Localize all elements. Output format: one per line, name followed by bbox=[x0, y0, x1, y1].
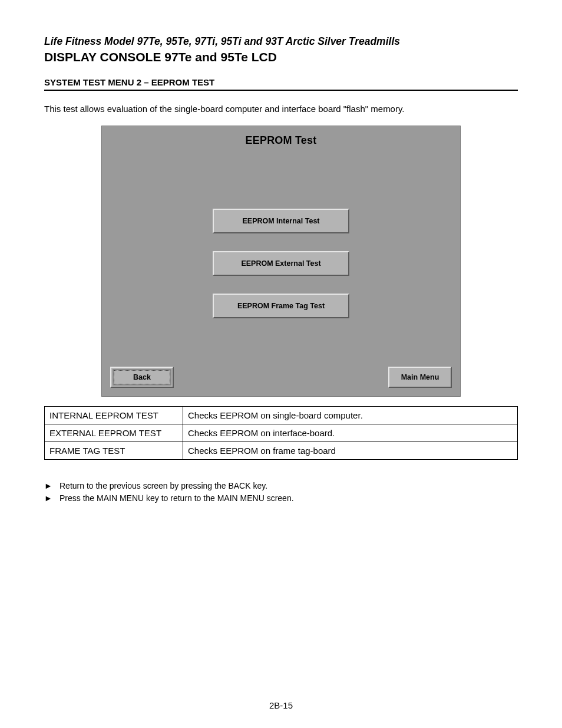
bullet-text: Return to the previous screen by pressin… bbox=[59, 480, 267, 492]
table-cell-name: FRAME TAG TEST bbox=[45, 442, 183, 460]
table-row: EXTERNAL EEPROM TEST Checks EEPROM on in… bbox=[45, 424, 518, 442]
screenshot-container: EEPROM Test EEPROM Internal Test EEPROM … bbox=[44, 126, 518, 397]
section-heading: SYSTEM TEST MENU 2 – EEPROM TEST bbox=[44, 77, 518, 91]
table-row: FRAME TAG TEST Checks EEPROM on frame ta… bbox=[45, 442, 518, 460]
bullet-list: ► Return to the previous screen by press… bbox=[44, 480, 518, 505]
bullet-text: Press the MAIN MENU key to return to the… bbox=[59, 492, 294, 505]
table-cell-name: EXTERNAL EEPROM TEST bbox=[45, 424, 183, 442]
bullet-item: ► Press the MAIN MENU key to return to t… bbox=[44, 492, 518, 505]
arrow-icon: ► bbox=[44, 480, 52, 492]
table-cell-desc: Checks EEPROM on frame tag-board bbox=[183, 442, 518, 460]
document-supertitle: Life Fitness Model 97Te, 95Te, 97Ti, 95T… bbox=[44, 35, 518, 48]
eeprom-internal-test-button[interactable]: EEPROM Internal Test bbox=[213, 209, 349, 233]
main-menu-button[interactable]: Main Menu bbox=[388, 367, 452, 388]
screen-title: EEPROM Test bbox=[102, 134, 460, 147]
table-cell-name: INTERNAL EEPROM TEST bbox=[45, 407, 183, 424]
table-cell-desc: Checks EEPROM on interface-board. bbox=[183, 424, 518, 442]
table-row: INTERNAL EEPROM TEST Checks EEPROM on si… bbox=[45, 407, 518, 424]
menu-button-group: EEPROM Internal Test EEPROM External Tes… bbox=[102, 209, 460, 318]
nav-row: Back Main Menu bbox=[110, 367, 452, 388]
page-number: 2B-15 bbox=[0, 700, 562, 710]
description-table: INTERNAL EEPROM TEST Checks EEPROM on si… bbox=[44, 406, 518, 460]
bullet-item: ► Return to the previous screen by press… bbox=[44, 480, 518, 492]
table-cell-desc: Checks EEPROM on single-board computer. bbox=[183, 407, 518, 424]
arrow-icon: ► bbox=[44, 492, 52, 505]
document-title: DISPLAY CONSOLE 97Te and 95Te LCD bbox=[44, 50, 518, 64]
intro-paragraph: This test allows evaluation of the singl… bbox=[44, 104, 518, 114]
back-button[interactable]: Back bbox=[110, 367, 174, 388]
eeprom-frame-tag-test-button[interactable]: EEPROM Frame Tag Test bbox=[213, 294, 349, 318]
lcd-screen: EEPROM Test EEPROM Internal Test EEPROM … bbox=[101, 126, 461, 397]
eeprom-external-test-button[interactable]: EEPROM External Test bbox=[213, 251, 349, 276]
